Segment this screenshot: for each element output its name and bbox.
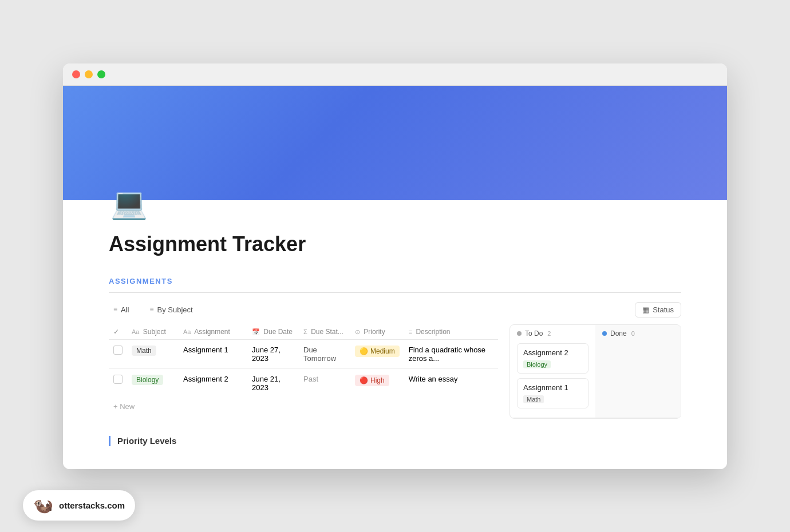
row1-priority-emoji: 🟡 [360,347,368,355]
card1-title: Assignment 1 [523,383,582,392]
priority-levels-section: Priority Levels [109,436,681,446]
row2-assignment-value: Assignment 2 [183,375,228,383]
row1-desc-value: Find a quadratic whose zeros a... [409,346,485,363]
close-button[interactable] [72,70,80,78]
row2-duestatus-cell: Past [299,368,350,398]
th-subject[interactable]: Aa Subject [127,324,179,340]
tab-all-label: All [121,305,129,314]
row2-duestatus-value: Past [303,375,318,383]
th-check: ✓ [109,324,127,340]
row1-duedate-value: June 27, 2023 [252,346,281,363]
row1-check-cell [109,339,127,368]
app-icon: 💻 [109,183,149,223]
tab-subject-icon: ≡ [149,305,153,313]
todo-dot [517,331,522,336]
th-priority-icon: ⊙ [355,328,360,335]
status-board-header: To Do 2 Assignment 2 Biology Assignment … [510,325,681,418]
footer-badge: 🦦 otterstacks.com [23,490,135,521]
add-row-button[interactable]: + New [109,398,498,415]
tab-all-icon: ≡ [113,305,117,313]
app-window: 💻 Assignment Tracker ASSIGNMENTS ≡ All ≡… [63,63,727,469]
tabs-row: ≡ All ≡ By Subject ▦ Status [109,302,681,317]
row2-priority-cell: 🔴 High [350,368,404,398]
done-label: Done [610,329,627,338]
todo-label: To Do [525,329,543,338]
titlebar [63,63,727,86]
section-divider [109,292,681,293]
status-card-assignment1[interactable]: Assignment 1 Math [517,378,588,408]
row1-subject-tag[interactable]: Math [132,346,156,356]
row1-priority-badge[interactable]: 🟡 Medium [355,346,400,357]
minimize-button[interactable] [85,70,93,78]
status-done-header: Done 0 [602,329,674,338]
check-all-icon[interactable]: ✓ [113,328,119,336]
tab-subject-label: By Subject [157,305,192,314]
row1-duestatus-cell: Due Tomorrow [299,339,350,368]
th-subject-icon: Aa [132,328,139,335]
row1-assignment-cell[interactable]: Assignment 1 [179,339,247,368]
status-board: To Do 2 Assignment 2 Biology Assignment … [509,324,681,419]
todo-count: 2 [547,330,551,337]
status-board-button[interactable]: ▦ Status [635,302,681,317]
th-desc-icon: ≡ [409,328,412,335]
th-priority[interactable]: ⊙ Priority [350,324,404,340]
row1-priority-cell: 🟡 Medium [350,339,404,368]
table-row: Math Assignment 1 June 27, 2023 Due Tomo… [109,339,498,368]
row1-subject-cell: Math [127,339,179,368]
main-area: ✓ Aa Subject Aa Assignment 📅 [109,324,681,419]
card1-tag: Math [523,395,544,403]
row1-priority-label: Medium [370,347,395,355]
maximize-button[interactable] [97,70,105,78]
row2-subject-cell: Biology [127,368,179,398]
th-due-date[interactable]: 📅 Due Date [247,324,299,340]
row1-desc-cell: Find a quadratic whose zeros a... [404,339,498,368]
status-todo-header: To Do 2 [517,329,588,338]
done-count: 0 [631,330,635,337]
card2-title: Assignment 2 [523,348,582,357]
th-duedate-icon: 📅 [252,328,260,335]
row2-priority-label: High [370,376,385,384]
status-btn-icon: ▦ [642,305,649,314]
row2-subject-tag[interactable]: Biology [132,375,163,385]
row2-desc-value: Write an essay [409,375,458,383]
table-header-row: ✓ Aa Subject Aa Assignment 📅 [109,324,498,340]
table-section: ✓ Aa Subject Aa Assignment 📅 [109,324,498,415]
hero-banner [63,86,727,200]
row1-duedate-cell: June 27, 2023 [247,339,299,368]
row2-desc-cell: Write an essay [404,368,498,398]
status-card-assignment2[interactable]: Assignment 2 Biology [517,343,588,374]
row2-assignment-cell[interactable]: Assignment 2 [179,368,247,398]
th-description[interactable]: ≡ Description [404,324,498,340]
done-dot [602,331,607,336]
row1-checkbox[interactable] [113,346,123,355]
th-assignment[interactable]: Aa Assignment [179,324,247,340]
priority-levels-label: Priority Levels [117,436,176,446]
assignments-table: ✓ Aa Subject Aa Assignment 📅 [109,324,498,398]
row1-assignment-value: Assignment 1 [183,346,228,354]
tab-all[interactable]: ≡ All [109,303,133,316]
page-content: 💻 Assignment Tracker ASSIGNMENTS ≡ All ≡… [63,183,727,469]
th-duestatus-icon: Σ [303,328,307,335]
laptop-emoji: 💻 [110,188,148,218]
row2-checkbox[interactable] [113,375,123,384]
section-label: ASSIGNMENTS [109,277,681,285]
row2-check-cell [109,368,127,398]
row2-duedate-value: June 21, 2023 [252,375,281,392]
row2-priority-emoji: 🔴 [360,376,368,384]
status-col-todo: To Do 2 Assignment 2 Biology Assignment … [510,325,595,418]
status-btn-label: Status [653,305,674,314]
table-row: Biology Assignment 2 June 21, 2023 Past [109,368,498,398]
row2-duedate-cell: June 21, 2023 [247,368,299,398]
th-due-status[interactable]: Σ Due Stat... [299,324,350,340]
otter-icon: 🦦 [33,496,53,515]
card2-tag: Biology [523,360,551,368]
th-assignment-icon: Aa [183,328,191,335]
footer-domain: otterstacks.com [59,501,125,510]
row1-duestatus-value: Due Tomorrow [303,346,336,363]
page-title: Assignment Tracker [109,232,681,256]
tab-by-subject[interactable]: ≡ By Subject [145,303,197,316]
row2-priority-badge[interactable]: 🔴 High [355,375,389,386]
status-col-done: Done 0 [595,325,681,418]
